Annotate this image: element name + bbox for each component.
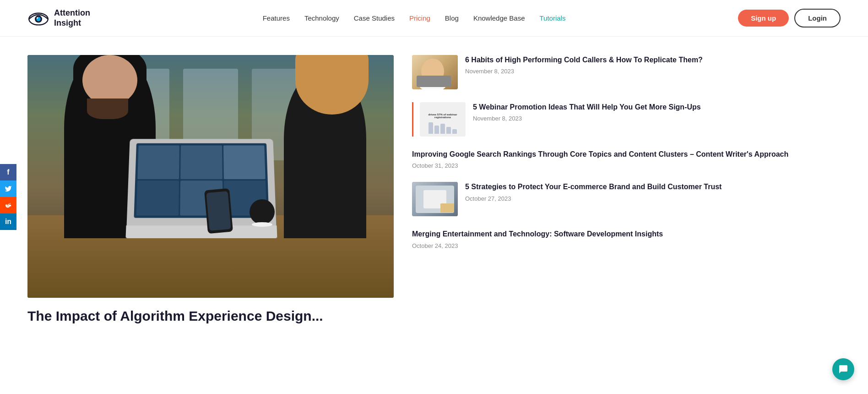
header: Attention Insight Features Technology Ca… [0, 0, 868, 37]
article-date: October 31, 2023 [412, 162, 788, 169]
list-item[interactable]: 5 Strategies to Protect Your E-commerce … [412, 182, 841, 216]
nav-case-studies[interactable]: Case Studies [354, 14, 395, 22]
social-sidebar: f in [0, 164, 16, 230]
linkedin-share-button[interactable]: in [0, 213, 16, 230]
list-item[interactable]: drives 57% of webinar registrations 5 We… [412, 102, 841, 137]
article-info: Improving Google Search Rankings Through… [412, 149, 788, 169]
facebook-share-button[interactable]: f [0, 164, 16, 181]
article-info: 5 Webinar Promotion Ideas That Will Help… [473, 102, 701, 122]
article-title-preview: The Impact of Algorithm Experience Desig… [27, 307, 394, 325]
list-item[interactable]: Merging Entertainment and Technology: So… [412, 229, 841, 249]
article-info: Merging Entertainment and Technology: So… [412, 229, 663, 249]
article-hero-image [27, 55, 394, 298]
article-title[interactable]: 6 Habits of High Performing Cold Callers… [465, 55, 703, 65]
list-item[interactable]: Improving Google Search Rankings Through… [412, 149, 841, 169]
article-date: October 24, 2023 [412, 242, 663, 249]
logo[interactable]: Attention Insight [27, 7, 90, 29]
article-date: October 27, 2023 [465, 195, 722, 202]
article-title[interactable]: 5 Strategies to Protect Your E-commerce … [465, 182, 722, 192]
article-thumbnail: drives 57% of webinar registrations [420, 102, 466, 137]
signup-button[interactable]: Sign up [738, 10, 789, 27]
logo-eye-icon [27, 7, 49, 29]
nav-pricing[interactable]: Pricing [409, 14, 430, 22]
article-info: 6 Habits of High Performing Cold Callers… [465, 55, 703, 75]
twitter-share-button[interactable] [0, 181, 16, 197]
article-title[interactable]: Improving Google Search Rankings Through… [412, 149, 788, 159]
list-item[interactable]: 6 Habits of High Performing Cold Callers… [412, 55, 841, 89]
logo-insight: Insight [54, 18, 90, 28]
nav-features[interactable]: Features [263, 14, 290, 22]
article-date: November 8, 2023 [473, 115, 701, 122]
article-thumbnail [412, 182, 458, 216]
nav-knowledge-base[interactable]: Knowledge Base [473, 14, 525, 22]
sidebar-articles: 6 Habits of High Performing Cold Callers… [412, 55, 841, 325]
nav-technology[interactable]: Technology [304, 14, 339, 22]
nav-blog[interactable]: Blog [445, 14, 459, 22]
article-section: The Impact of Algorithm Experience Desig… [27, 55, 394, 325]
header-actions: Sign up Login [738, 9, 841, 27]
article-info: 5 Strategies to Protect Your E-commerce … [465, 182, 722, 202]
article-thumbnail [412, 55, 458, 89]
main-nav: Features Technology Case Studies Pricing… [263, 14, 566, 22]
login-button[interactable]: Login [794, 9, 841, 27]
nav-tutorials[interactable]: Tutorials [539, 14, 565, 22]
logo-attention: Attention [54, 8, 90, 18]
svg-point-3 [37, 17, 38, 18]
main-content: The Impact of Algorithm Experience Desig… [0, 37, 868, 343]
reddit-share-button[interactable] [0, 197, 16, 213]
article-date: November 8, 2023 [465, 68, 703, 75]
article-title[interactable]: 5 Webinar Promotion Ideas That Will Help… [473, 102, 701, 112]
article-title[interactable]: Merging Entertainment and Technology: So… [412, 229, 663, 239]
